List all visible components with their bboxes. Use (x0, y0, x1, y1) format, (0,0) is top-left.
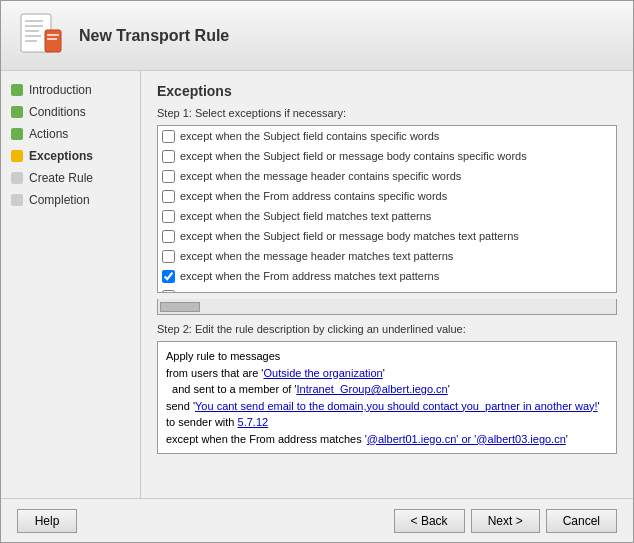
sidebar-label: Exceptions (29, 149, 93, 163)
list-item: except when the message header matches t… (158, 246, 616, 266)
cant-send-link[interactable]: You cant send email to the domain,you sh… (195, 400, 598, 412)
sidebar-item-actions[interactable]: Actions (1, 123, 140, 145)
desc-line-3: and sent to a member of 'Intranet_Group@… (166, 381, 608, 398)
exception-label-8: except when the From address matches tex… (180, 268, 439, 284)
next-button[interactable]: Next > (471, 509, 540, 533)
list-item: except when the message header contains … (158, 166, 616, 186)
dot-icon (11, 106, 23, 118)
outside-org-link[interactable]: Outside the organization (263, 367, 382, 379)
dot-icon (11, 194, 23, 206)
scrollbar-thumb[interactable] (160, 302, 200, 312)
main-content: Introduction Conditions Actions Exceptio… (1, 71, 633, 498)
wizard-icon (17, 12, 65, 60)
exception-label-6: except when the Subject field or message… (180, 228, 519, 244)
sidebar-label: Introduction (29, 83, 92, 97)
exception-label-5: except when the Subject field matches te… (180, 208, 431, 224)
content-area: Exceptions Step 1: Select exceptions if … (141, 71, 633, 498)
list-item: except when the Subject field or message… (158, 226, 616, 246)
exception-label-2: except when the Subject field or message… (180, 148, 527, 164)
smtp-code-link[interactable]: 5.7.12 (238, 416, 269, 428)
list-item: except when the From address matches tex… (158, 266, 616, 286)
desc-line-4: send 'You cant send email to the domain,… (166, 398, 608, 431)
help-button[interactable]: Help (17, 509, 77, 533)
sidebar-item-exceptions[interactable]: Exceptions (1, 145, 140, 167)
exception-label-3: except when the message header contains … (180, 168, 461, 184)
dot-icon (11, 150, 23, 162)
sidebar-label: Actions (29, 127, 68, 141)
sidebar-label: Conditions (29, 105, 86, 119)
desc-line-2: from users that are 'Outside the organiz… (166, 365, 608, 382)
dialog: New Transport Rule Introduction Conditio… (0, 0, 634, 543)
sidebar-item-completion[interactable]: Completion (1, 189, 140, 211)
section-title: Exceptions (157, 83, 617, 99)
sidebar-item-create-rule[interactable]: Create Rule (1, 167, 140, 189)
exception-checkbox-5[interactable] (162, 210, 175, 223)
exceptions-listbox[interactable]: except when the Subject field contains s… (157, 125, 617, 293)
svg-rect-4 (25, 35, 41, 37)
sidebar-label: Completion (29, 193, 90, 207)
cancel-button[interactable]: Cancel (546, 509, 617, 533)
exception-checkbox-9[interactable] (162, 290, 175, 294)
sidebar: Introduction Conditions Actions Exceptio… (1, 71, 141, 498)
list-item: except when any attachment file name mat… (158, 286, 616, 293)
exception-checkbox-2[interactable] (162, 150, 175, 163)
svg-rect-1 (25, 20, 43, 22)
svg-rect-8 (47, 38, 57, 40)
svg-rect-5 (25, 40, 37, 42)
from-address-link[interactable]: @albert01.iego.cn' or '@albert03.iego.cn (367, 433, 566, 445)
back-button[interactable]: < Back (394, 509, 465, 533)
svg-rect-6 (45, 30, 61, 52)
sidebar-label: Create Rule (29, 171, 93, 185)
title-bar: New Transport Rule (1, 1, 633, 71)
exception-checkbox-7[interactable] (162, 250, 175, 263)
step1-label: Step 1: Select exceptions if necessary: (157, 107, 617, 119)
sidebar-item-introduction[interactable]: Introduction (1, 79, 140, 101)
exception-checkbox-6[interactable] (162, 230, 175, 243)
dot-icon (11, 84, 23, 96)
exception-label-1: except when the Subject field contains s… (180, 128, 439, 144)
exception-checkbox-4[interactable] (162, 190, 175, 203)
desc-line-5: except when the From address matches '@a… (166, 431, 608, 448)
intranet-group-link[interactable]: Intranet_Group@albert.iego.cn (297, 383, 448, 395)
nav-buttons: < Back Next > Cancel (394, 509, 617, 533)
svg-rect-2 (25, 25, 43, 27)
sidebar-item-conditions[interactable]: Conditions (1, 101, 140, 123)
list-item: except when the Subject field contains s… (158, 126, 616, 146)
exception-checkbox-8[interactable] (162, 270, 175, 283)
footer: Help < Back Next > Cancel (1, 498, 633, 542)
svg-rect-7 (47, 34, 59, 36)
svg-rect-3 (25, 30, 39, 32)
list-item: except when the Subject field or message… (158, 146, 616, 166)
exception-label-4: except when the From address contains sp… (180, 188, 447, 204)
exception-checkbox-3[interactable] (162, 170, 175, 183)
dot-icon (11, 172, 23, 184)
exception-label-7: except when the message header matches t… (180, 248, 453, 264)
exception-label-9: except when any attachment file name mat… (180, 288, 476, 293)
step2-label: Step 2: Edit the rule description by cli… (157, 323, 617, 335)
description-box: Apply rule to messages from users that a… (157, 341, 617, 454)
list-item: except when the From address contains sp… (158, 186, 616, 206)
list-item: except when the Subject field matches te… (158, 206, 616, 226)
exception-checkbox-1[interactable] (162, 130, 175, 143)
page-title: New Transport Rule (79, 27, 229, 45)
dot-icon (11, 128, 23, 140)
horizontal-scrollbar[interactable] (157, 299, 617, 315)
desc-line-1: Apply rule to messages (166, 348, 608, 365)
